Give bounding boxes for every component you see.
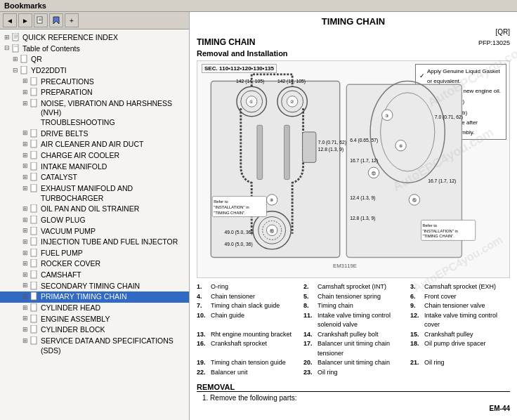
parts-item: 15.Crankshaft pulley [410, 330, 510, 340]
expand-icon: ⊞ [21, 292, 30, 301]
right-panel: AutoEPC4you.com AutoEPC4you.com AutoEPC4… [190, 12, 517, 420]
svg-marker-3 [53, 17, 59, 24]
page-button[interactable] [34, 13, 48, 27]
svg-text:12.8 (1.3, 9): 12.8 (1.3, 9) [350, 216, 375, 221]
expand-icon: ⊞ [21, 204, 30, 213]
page-icon [30, 77, 39, 86]
svg-rect-20 [31, 184, 37, 192]
toc-item-intake[interactable]: ⊞ INTAKE MANIFOLD [0, 162, 189, 173]
page-icon [11, 33, 21, 41]
expand-icon: ⊞ [21, 303, 30, 312]
toc-label: YD22DDTI [31, 66, 67, 76]
svg-text:"INSTALLATION" in: "INSTALLATION" in [214, 205, 249, 209]
parts-item: 17.Balancer unit timing chain tensioner [303, 339, 403, 358]
expand-icon: ⊞ [21, 237, 30, 246]
svg-rect-25 [31, 249, 37, 256]
svg-rect-23 [31, 227, 37, 235]
toc-item-toc[interactable]: ⊟ Table of Contents [0, 44, 189, 55]
page-icon [30, 237, 39, 246]
toc-item-qr[interactable]: ⊞ QR [0, 54, 189, 65]
toc-item-air-cleaner[interactable]: ⊞ AIR CLEANER AND AIR DUCT [0, 139, 189, 150]
page-icon [30, 325, 39, 334]
toc-label: OIL PAN AND OIL STRAINER [41, 204, 139, 214]
toc-label: QUICK REFERENCE INDEX [22, 33, 118, 43]
toc-item-charge-air[interactable]: ⊞ CHARGE AIR COOLER [0, 150, 189, 162]
parts-item: 1.O-ring [197, 282, 296, 292]
toc-item-primary-timing[interactable]: ⊞ PRIMARY TIMING CHAIN [0, 291, 189, 303]
svg-rect-18 [31, 162, 37, 170]
title-bar: Bookmarks [0, 0, 517, 12]
expand-icon: ⊞ [21, 140, 30, 148]
toc-item-injection[interactable]: ⊞ INJECTION TUBE AND FUEL INJECTOR [0, 237, 189, 248]
toc-item-engine-assembly[interactable]: ⊞ ENGINE ASSEMBLY [0, 314, 189, 325]
toc-item-drive-belts[interactable]: ⊞ DRIVE BELTS [0, 129, 189, 140]
svg-rect-86 [284, 125, 290, 179]
toc-item-service-data[interactable]: ⊞ SERVICE DATA AND SPECIFICATIONS (SDS) [0, 336, 189, 356]
toc-item-secondary-timing[interactable]: ⊞ SECONDARY TIMING CHAIN [0, 281, 189, 292]
toc-item-precautions[interactable]: ⊞ PRECAUTIONS [0, 77, 189, 88]
toc-item-quick-ref[interactable]: ⊞ QUICK REFERENCE INDEX [0, 32, 189, 44]
toc-item-vacuum-pump[interactable]: ⊞ VACUUM PUMP [0, 226, 189, 237]
parts-item: 5.Chain tensioner spring [303, 292, 403, 302]
svg-text:⑮: ⑮ [412, 197, 417, 202]
parts-item: 18.Oil pump drive spacer [410, 339, 510, 358]
expand-icon: ⊞ [21, 325, 30, 334]
expand-icon: ⊞ [21, 99, 30, 107]
toc-item-exhaust[interactable]: ⊞ EXHAUST MANIFOLD AND TURBOCHARGER [0, 183, 189, 204]
toc-item-nvh[interactable]: ⊞ NOISE, VIBRATION AND HARSHNESS (NVH) T… [0, 98, 189, 129]
toc-item-camshaft[interactable]: ⊞ CAMSHAFT [0, 270, 189, 281]
expand-icon: ⊞ [3, 33, 11, 41]
svg-text:49.0 (5.0, 36): 49.0 (5.0, 36) [225, 230, 253, 235]
svg-rect-21 [31, 204, 37, 212]
svg-rect-27 [31, 270, 37, 278]
toc-item-cylinder-head[interactable]: ⊞ CYLINDER HEAD [0, 303, 189, 314]
page-icon [30, 259, 39, 268]
toc-item-fuel-pump[interactable]: ⊞ FUEL PUMP [0, 248, 189, 259]
removal-step: 1. Remove the following parts: [202, 394, 510, 402]
page-icon [30, 315, 39, 323]
svg-text:EM3119E: EM3119E [333, 263, 357, 269]
svg-text:12.8 (1.3, 9): 12.8 (1.3, 9) [318, 147, 343, 152]
svg-rect-17 [31, 151, 37, 159]
bookmark-button[interactable] [49, 13, 63, 27]
expand-icon: ⊟ [11, 66, 20, 74]
svg-text:7.0 (0.71, 62): 7.0 (0.71, 62) [318, 140, 346, 145]
toc-item-glow-plug[interactable]: ⊞ GLOW PLUG [0, 215, 189, 226]
page-icon [30, 216, 39, 224]
forward-button[interactable]: ► [18, 13, 32, 27]
svg-rect-26 [31, 259, 37, 267]
svg-text:6.4 (0.65, 57): 6.4 (0.65, 57) [350, 138, 378, 143]
parts-item: 19.Timing chain tension guide [197, 358, 296, 368]
parts-item: 9.Chain tensioner valve [410, 301, 510, 311]
toc-item-rocker-cover[interactable]: ⊞ ROCKER COVER [0, 258, 189, 270]
section-title: TIMING CHAIN [197, 37, 255, 47]
toc-label: ENGINE ASSEMBLY [41, 315, 110, 324]
toc-label: INJECTION TUBE AND FUEL INJECTOR [41, 237, 178, 247]
toc-label: PRIMARY TIMING CHAIN [41, 292, 127, 302]
page-icon [30, 292, 39, 301]
toc-item-yd22ddti[interactable]: ⊟ YD22DDTI [0, 65, 189, 77]
part-ref: PFP:13025 [478, 39, 510, 46]
toc-label: SECONDARY TIMING CHAIN [41, 282, 140, 291]
expand-icon: ⊞ [21, 173, 30, 181]
svg-rect-28 [31, 282, 37, 289]
svg-text:12.4 (1.3, 9): 12.4 (1.3, 9) [350, 195, 375, 201]
toc-item-catalyst[interactable]: ⊞ CATALYST [0, 172, 189, 183]
page-icon [30, 204, 39, 213]
expand-icon: ⊞ [21, 77, 30, 86]
parts-item: 22.Balancer unit [197, 368, 296, 378]
page-icon [30, 270, 39, 279]
svg-text:"INSTALLATION" in: "INSTALLATION" in [422, 229, 457, 233]
expand-icon: ⊟ [3, 44, 11, 53]
toc-item-oil-pan[interactable]: ⊞ OIL PAN AND OIL STRAINER [0, 204, 189, 215]
back-button[interactable]: ◄ [3, 13, 17, 27]
svg-rect-31 [31, 315, 37, 322]
parts-item: 14.Crankshaft pulley bolt [303, 330, 403, 340]
toc-item-cylinder-block[interactable]: ⊞ CYLINDER BLOCK [0, 324, 189, 336]
svg-text:②: ② [290, 99, 294, 104]
toc-label: FUEL PUMP [41, 249, 83, 258]
page-icon [30, 162, 39, 171]
expand-icon: ⊞ [21, 249, 30, 257]
toc-item-preparation[interactable]: ⊞ PREPARATION [0, 87, 189, 98]
expand-all-button[interactable]: + [65, 13, 79, 27]
